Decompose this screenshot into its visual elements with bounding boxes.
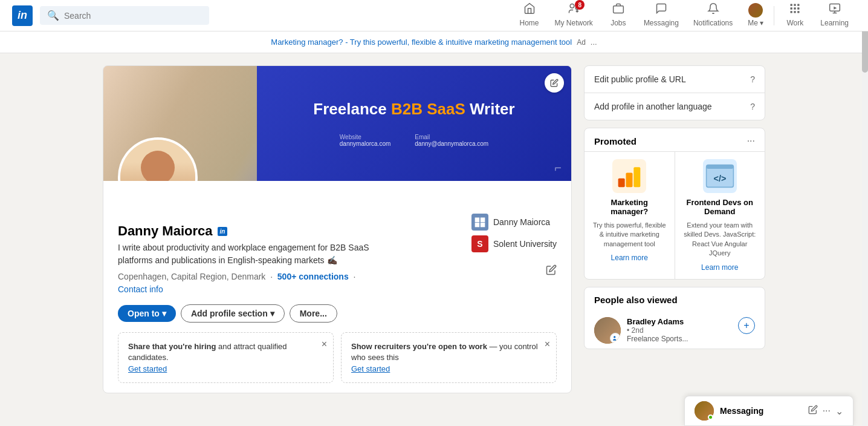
nav-work-label: Work xyxy=(786,19,803,27)
profile-headline: I write about productivity and workplace… xyxy=(118,241,396,267)
nav-learning-label: Learning xyxy=(820,19,849,27)
scrollbar-track[interactable] xyxy=(862,0,868,426)
svg-rect-7 xyxy=(794,7,796,9)
add-profile-language-help-icon[interactable]: ? xyxy=(750,102,755,111)
pav-name-bradley: Bradley Adams xyxy=(627,317,732,326)
company-logo-solent: S xyxy=(471,235,488,252)
svg-point-0 xyxy=(570,4,574,8)
me-avatar-icon xyxy=(748,3,763,18)
ad-more-icon[interactable]: ... xyxy=(591,38,597,47)
svg-rect-5 xyxy=(797,4,799,6)
promo-name-1: Frontend Devs on Demand xyxy=(682,198,758,216)
pav-item-bradley: Bradley Adams • 2nd Freelance Sports... … xyxy=(585,312,765,349)
nav-item-network[interactable]: 8 My Network xyxy=(548,0,600,31)
more-button[interactable]: More... xyxy=(290,304,337,323)
search-icon: 🔍 xyxy=(47,10,59,21)
promo-desc-1: Extend your team with skilled Devs. Java… xyxy=(682,221,758,258)
profile-connections[interactable]: 500+ connections xyxy=(277,272,349,281)
profile-name: Danny Maiorca xyxy=(118,223,213,239)
cover-email: Emaildanny@dannymalorca.com xyxy=(415,134,488,147)
promo-learn-more-0[interactable]: Learn more xyxy=(611,254,648,262)
promoted-more-icon[interactable]: ··· xyxy=(747,136,755,146)
online-status-dot xyxy=(708,415,713,420)
svg-marker-13 xyxy=(834,7,837,10)
work-grid-icon xyxy=(789,2,801,18)
edit-public-profile-item[interactable]: Edit public profile & URL ? xyxy=(585,66,765,93)
logo-text: in xyxy=(18,9,27,22)
open-to-button[interactable]: Open to ▾ xyxy=(118,305,176,322)
promo-learn-more-1[interactable]: Learn more xyxy=(701,263,738,272)
edit-public-profile-label: Edit public profile & URL xyxy=(594,74,745,84)
nav-item-jobs[interactable]: Jobs xyxy=(600,0,636,31)
profile-info-area: Danny Maiorca S Solent University Danny … xyxy=(103,214,571,393)
ad-label: Ad xyxy=(577,38,586,47)
search-input[interactable] xyxy=(64,11,202,21)
cover-edit-button[interactable] xyxy=(545,73,564,93)
nav-notifications-label: Notifications xyxy=(693,19,733,27)
linkedin-logo[interactable]: in xyxy=(12,5,33,26)
edit-public-profile-help-icon[interactable]: ? xyxy=(750,74,755,84)
messaging-collapse-button[interactable]: ⌄ xyxy=(835,405,843,417)
nav-links: Home 8 My Network Jobs Messaging xyxy=(511,0,856,31)
messaging-compose-button[interactable] xyxy=(808,405,818,417)
svg-rect-8 xyxy=(797,7,799,9)
messaging-label: Messaging xyxy=(720,406,802,416)
messaging-bar[interactable]: Messaging ··· ⌄ xyxy=(684,396,853,426)
notifications-icon xyxy=(707,2,719,18)
pav-connect-button-bradley[interactable]: + xyxy=(738,317,755,334)
promoted-header: Promoted ··· xyxy=(585,128,765,151)
svg-rect-16 xyxy=(475,223,480,228)
contact-info-link[interactable]: Contact info xyxy=(118,284,163,294)
home-icon xyxy=(523,2,536,18)
promo-logo-0 xyxy=(612,159,646,193)
svg-rect-6 xyxy=(791,7,792,9)
svg-rect-4 xyxy=(794,4,796,6)
company-name-solent: Solent University xyxy=(493,239,557,249)
people-also-viewed-card: People also viewed Bradley Adams • 2nd F… xyxy=(584,287,765,349)
company-item-danny[interactable]: Danny Maiorca xyxy=(471,214,557,231)
profile-edit-button[interactable] xyxy=(546,264,557,278)
learning-icon xyxy=(829,2,841,18)
add-profile-section-button[interactable]: Add profile section ▾ xyxy=(181,304,285,323)
hiring-get-started-link[interactable]: Get started xyxy=(128,364,167,373)
cover-website: Websitedannymalorca.com xyxy=(340,134,390,147)
nav-item-home[interactable]: Home xyxy=(511,0,548,31)
promo-desc-0: Try this powerful, flexible & intuitive … xyxy=(592,221,667,249)
messaging-actions: ··· ⌄ xyxy=(808,405,843,417)
nav-network-label: My Network xyxy=(555,19,593,27)
svg-rect-9 xyxy=(791,11,792,13)
messaging-avatar xyxy=(695,401,714,421)
nav-item-messaging[interactable]: Messaging xyxy=(636,0,686,31)
ad-link[interactable]: Marketing manager? - Try this powerful, … xyxy=(271,38,572,47)
company-item-solent[interactable]: S Solent University xyxy=(471,235,557,252)
open-to-work-get-started-link[interactable]: Get started xyxy=(351,364,390,373)
add-profile-language-label: Add profile in another language xyxy=(594,102,745,111)
promo-logo-1: </> xyxy=(703,159,737,193)
hiring-close-button[interactable]: × xyxy=(322,339,327,350)
people-also-viewed-title: People also viewed xyxy=(585,287,765,312)
svg-rect-3 xyxy=(791,4,792,6)
svg-text:</>: </> xyxy=(713,174,726,183)
svg-rect-2 xyxy=(614,6,624,13)
main-layout: Freelance B2B SaaS Writer Websitedannyma… xyxy=(93,65,775,393)
pav-connect-badge xyxy=(610,333,621,344)
navbar: in 🔍 Home 8 My Network Jobs xyxy=(0,0,868,31)
messaging-more-button[interactable]: ··· xyxy=(823,405,831,416)
add-profile-language-item[interactable]: Add profile in another language ? xyxy=(585,93,765,120)
nav-item-notifications[interactable]: Notifications xyxy=(686,0,740,31)
pav-degree-bradley: • 2nd xyxy=(627,326,732,335)
svg-rect-15 xyxy=(481,218,485,223)
profile-meta: Copenhagen, Capital Region, Denmark · 50… xyxy=(118,272,557,281)
open-to-work-close-button[interactable]: × xyxy=(545,339,550,350)
promoted-grid: Marketing manager? Try this powerful, fl… xyxy=(585,151,765,279)
nav-item-learning[interactable]: Learning xyxy=(813,0,856,31)
search-bar[interactable]: 🔍 xyxy=(40,6,209,25)
companies-column: Danny Maiorca S Solent University xyxy=(471,214,557,252)
nav-home-label: Home xyxy=(520,19,539,27)
messaging-icon xyxy=(655,2,667,18)
promoted-title: Promoted xyxy=(594,136,636,146)
nav-item-work[interactable]: Work xyxy=(777,0,813,31)
profile-avatar-wrapper xyxy=(118,137,198,181)
nav-item-me[interactable]: Me ▾ xyxy=(740,0,771,31)
network-badge: 8 xyxy=(575,0,585,10)
